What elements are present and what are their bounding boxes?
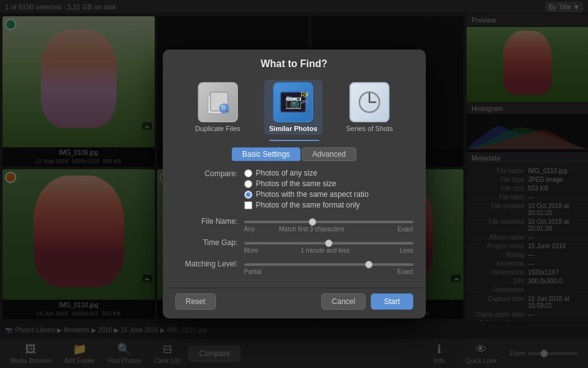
compare-controls: Photos of any size Photos of the same si… [244,169,413,211]
file-name-max-label: Exact [397,226,413,233]
modal-tabs: Basic Settings Advanced [163,142,426,164]
file-name-slider[interactable] [244,221,413,223]
duplicate-files-label: Duplicate Files [195,125,240,132]
footer-right-buttons: Cancel Start [321,293,413,310]
modal-title: What to Find? [163,50,426,72]
series-of-shots-icon-box [349,82,389,122]
selected-tab-underline [269,140,319,141]
compare-option-same-size: Photos of the same size [244,179,413,188]
time-gap-row: Time Gap: More 1 minute and less Less [175,238,413,254]
start-button[interactable]: Start [371,293,413,310]
time-gap-mid-label: 1 minute and less [301,247,349,254]
modal-footer: Reset Cancel Start [163,288,426,318]
tab-basic-settings[interactable]: Basic Settings [232,147,301,161]
radio-any-size-label: Photos of any size [256,169,317,177]
checkbox-same-format[interactable] [244,201,252,209]
find-dialog: What to Find? 🔍 Duplicate Files [163,50,426,318]
compare-option-same-format: Photos of the same format only [244,201,413,209]
svg-text:RAW: RAW [301,92,308,98]
compare-row: Compare: Photos of any size Photos of th… [175,169,413,211]
matching-level-label: Matching Level: [175,259,244,268]
file-name-mid-label: Match first 3 characters [279,226,344,233]
time-gap-label: Time Gap: [175,238,244,247]
file-name-row: File Name: Any Match first 3 characters … [175,216,413,233]
compare-option-any: Photos of any size [244,169,413,177]
matching-level-row: Matching Level: Partial Exact [175,259,413,275]
radio-same-size[interactable] [244,180,252,188]
series-of-shots-option[interactable]: Series of Shots [341,80,398,135]
duplicate-files-option[interactable]: 🔍 Duplicate Files [190,80,245,135]
radio-same-size-label: Photos of the same size [256,179,336,188]
modal-icon-row: 🔍 Duplicate Files 📷 RAW JPG Similar Phot… [163,72,426,140]
time-gap-min-label: More [244,247,259,254]
series-of-shots-label: Series of Shots [346,125,393,132]
file-name-controls: Any Match first 3 characters Exact [244,216,413,233]
matching-level-max-label: Exact [397,268,413,275]
cancel-button[interactable]: Cancel [321,293,366,310]
file-name-label: File Name: [175,216,244,226]
svg-text:📷: 📷 [285,93,302,110]
matching-level-slider-labels: Partial Exact [244,268,413,275]
radio-same-aspect-label: Photos with the same aspect ratio [256,190,369,199]
duplicate-files-icon-box: 🔍 [198,82,238,122]
compare-option-same-aspect: Photos with the same aspect ratio [244,190,413,199]
time-gap-slider[interactable] [244,242,413,244]
time-gap-controls: More 1 minute and less Less [244,238,413,254]
time-gap-max-label: Less [400,247,413,254]
series-icon-svg [354,87,384,117]
modal-overlay: What to Find? 🔍 Duplicate Files [0,0,588,368]
checkbox-same-format-label: Photos of the same format only [256,201,360,209]
matching-level-min-label: Partial [244,268,262,275]
time-gap-slider-labels: More 1 minute and less Less [244,247,413,254]
matching-level-controls: Partial Exact [244,259,413,275]
reset-button[interactable]: Reset [175,293,216,310]
tab-advanced[interactable]: Advanced [302,147,356,161]
duplicate-files-svg: 🔍 [203,87,233,117]
similar-photos-svg: 📷 RAW JPG [278,87,308,117]
file-name-slider-labels: Any Match first 3 characters Exact [244,226,413,233]
radio-same-aspect[interactable] [244,191,252,199]
similar-photos-icon-box: 📷 RAW JPG [273,82,313,122]
compare-label: Compare: [175,169,244,178]
file-name-min-label: Any [244,226,255,233]
matching-level-slider[interactable] [244,263,413,266]
svg-text:JPG: JPG [301,99,308,105]
svg-text:🔍: 🔍 [219,103,229,113]
modal-body: Compare: Photos of any size Photos of th… [163,164,426,288]
radio-any-size[interactable] [244,169,252,177]
similar-photos-option[interactable]: 📷 RAW JPG Similar Photos [264,80,322,135]
similar-photos-label: Similar Photos [269,125,317,132]
